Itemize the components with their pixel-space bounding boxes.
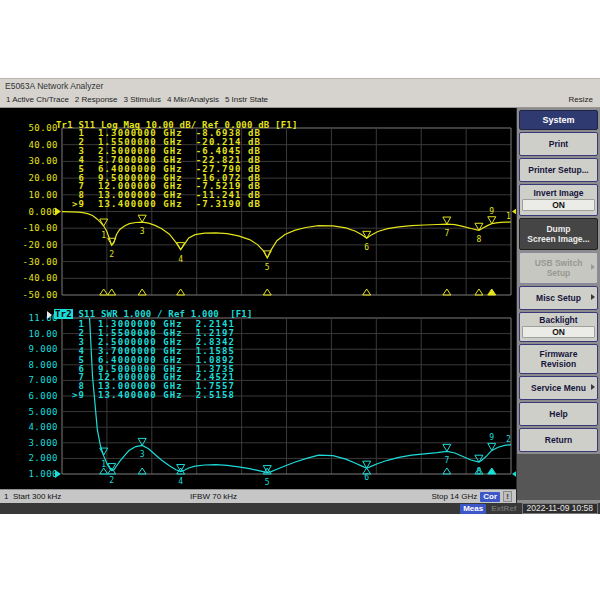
menu-item-5[interactable]: 5 Instr State	[225, 93, 268, 107]
marker-axis-indicator	[488, 468, 496, 474]
sidebar-button-misc-setup[interactable]: Misc Setup	[519, 286, 598, 310]
sidebar-button-state: ON	[522, 199, 595, 211]
sidebar-button-label: Revision	[520, 359, 597, 369]
marker-glyph	[363, 231, 371, 238]
sidebar-button-firmware-revision[interactable]: FirmwareRevision	[519, 344, 598, 374]
y-tick-label: 4.000	[28, 422, 58, 432]
window-title: E5063A Network Analyzer	[5, 81, 103, 91]
menu-item-2[interactable]: 2 Response	[75, 93, 118, 107]
tr2-label: Tr2	[54, 309, 73, 319]
chart-panel: 50.0040.0030.0020.0010.000.000-10.00-20.…	[0, 108, 516, 489]
submenu-arrow-icon	[591, 264, 595, 270]
cor-badge: Cor	[480, 492, 500, 502]
y-tick-label: -30.00	[22, 257, 58, 267]
marker-number: 3	[140, 227, 145, 236]
marker-number: 6	[364, 243, 369, 252]
y-tick-label: 5.000	[28, 407, 58, 417]
tr1-marker-table: 1 1.3000000 GHz -8.6938 dB 2 1.5500000 G…	[72, 129, 261, 209]
y-tick-label: 10.00	[28, 190, 58, 200]
marker-axis-indicator	[108, 289, 116, 295]
sidebar-button-label: Service Menu	[520, 383, 597, 393]
status-stop: Stop 14 GHz	[431, 490, 477, 503]
status-ifbw: IFBW 70 kHz	[190, 490, 237, 503]
sidebar-button-usb-switch-setup: USB SwitchSetup	[519, 252, 598, 284]
sidebar-button-backlight[interactable]: BacklightON	[519, 312, 598, 342]
marker-number: 4	[178, 255, 183, 264]
marker-number: 7	[444, 456, 449, 465]
sidebar-button-label: Screen Image...	[520, 234, 597, 244]
marker-number: 9	[489, 433, 494, 442]
alert-indicator: !	[503, 491, 512, 502]
sidebar-button-printer-setup[interactable]: Printer Setup...	[519, 158, 598, 182]
marker-axis-indicator	[138, 468, 146, 474]
sidebar-button-label: Print	[520, 139, 597, 149]
marker-number: 9	[489, 207, 494, 216]
sidebar-button-label: Misc Setup	[520, 293, 597, 303]
sidebar-button-label: Firmware	[520, 349, 597, 359]
y-tick-label: 40.00	[28, 140, 58, 150]
sidebar-button-label: Dump	[520, 224, 597, 234]
resize-button[interactable]: Resize	[569, 93, 593, 107]
y-tick-label: -20.00	[22, 240, 58, 250]
sidebar-button-print[interactable]: Print	[519, 132, 598, 156]
marker-axis-indicator	[363, 289, 371, 295]
marker-glyph	[443, 444, 451, 451]
y-tick-label: 0.000	[28, 207, 58, 217]
sidebar-button-label: System	[520, 115, 597, 125]
y-tick-label: 30.00	[28, 156, 58, 166]
sidebar-empty-area	[517, 454, 600, 500]
marker-number: 6	[364, 473, 369, 482]
main-area: 50.0040.0030.0020.0010.000.000-10.00-20.…	[0, 108, 600, 503]
y-tick-label: 7.000	[28, 375, 58, 385]
menu-items: 1 Active Ch/Trace2 Response3 Stimulus4 M…	[0, 95, 268, 104]
marker-axis-indicator	[177, 289, 185, 295]
y-tick-label: 10.00	[28, 329, 58, 339]
tr1-label: Tr1	[56, 120, 73, 130]
sidebar-button-return[interactable]: Return	[519, 428, 598, 452]
y-tick-label: 9.000	[28, 344, 58, 354]
marker-number: 5	[265, 478, 270, 487]
marker-number: 7	[444, 229, 449, 238]
marker-number: 2	[109, 250, 114, 259]
sidebar-button-label: Invert Image	[520, 188, 597, 198]
sidebar-button-label: USB Switch	[520, 258, 597, 268]
menu-item-1[interactable]: 1 Active Ch/Trace	[6, 93, 69, 107]
sidebar-button-label: Backlight	[520, 315, 597, 325]
sidebar-button-help[interactable]: Help	[519, 402, 598, 426]
marker-number: 8	[477, 235, 482, 244]
y-tick-label: 20.00	[28, 173, 58, 183]
y-tick-label: 3.000	[28, 438, 58, 448]
submenu-arrow-icon	[591, 294, 595, 300]
extref-indicator: ExtRef	[491, 504, 516, 513]
y-tick-label: -10.00	[22, 223, 58, 233]
marker-glyph	[138, 215, 146, 222]
softkey-sidebar: SystemPrintPrinter Setup...Invert ImageO…	[516, 108, 600, 503]
sidebar-button-dump-screen-image[interactable]: DumpScreen Image...	[519, 218, 598, 250]
meas-badge: Meas	[460, 504, 486, 514]
sidebar-button-service-menu[interactable]: Service Menu	[519, 376, 598, 400]
status-bar: 1 Start 300 kHz IFBW 70 kHz Stop 14 GHz …	[0, 489, 516, 503]
marker-axis-indicator	[443, 289, 451, 295]
sidebar-button-label: Printer Setup...	[520, 165, 597, 175]
datetime-display: 2022-11-09 10:58	[522, 503, 598, 514]
marker-number: 1	[101, 231, 106, 240]
marker-axis-indicator	[443, 468, 451, 474]
active-trace-arrow-icon	[47, 311, 52, 319]
trace-number-label: 1	[506, 212, 511, 221]
sidebar-button-invert-image[interactable]: Invert ImageON	[519, 184, 598, 216]
submenu-arrow-icon	[591, 384, 595, 390]
marker-glyph	[138, 438, 146, 445]
marker-number: 2	[109, 476, 114, 485]
instrument-status-bar: Meas ExtRef 2022-11-09 10:58	[0, 503, 600, 514]
ref-level-arrow-left	[55, 208, 61, 216]
y-tick-label: 6.000	[28, 391, 58, 401]
y-tick-label: 8.000	[28, 360, 58, 370]
menu-item-4[interactable]: 4 Mkr/Analysis	[167, 93, 219, 107]
menu-item-3[interactable]: 3 Stimulus	[124, 93, 161, 107]
status-start: 1 Start 300 kHz	[4, 490, 61, 503]
marker-number: 5	[265, 263, 270, 272]
ref-level-arrow-left	[55, 470, 61, 478]
y-tick-label: 1.000	[28, 469, 58, 479]
sidebar-button-label: Setup	[520, 268, 597, 278]
marker-number: 3	[140, 450, 145, 459]
